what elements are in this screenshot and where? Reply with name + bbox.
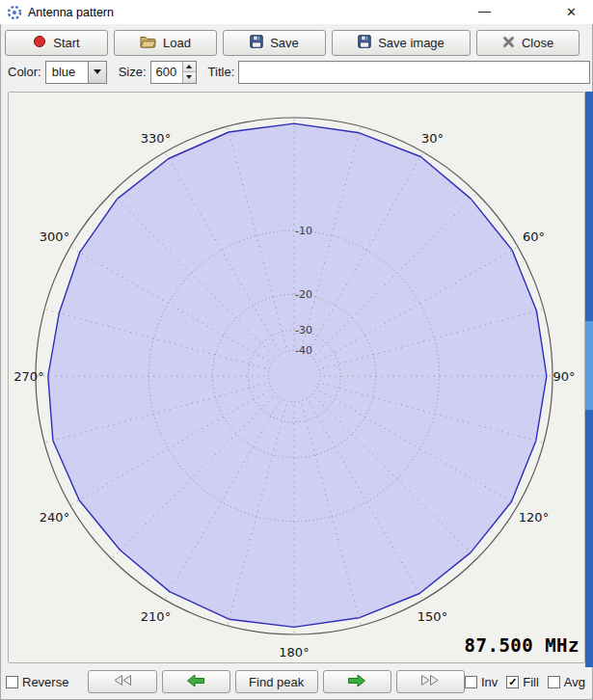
svg-text:150°: 150° [418,609,447,624]
floppy-disk-icon [358,35,371,51]
polar-plot: -10-20-30-4030°60°90°120°150°180°210°240… [9,93,584,662]
close-window-button[interactable]: ✕ [550,0,593,24]
avg-checkbox-box[interactable] [548,676,560,688]
avg-checkbox[interactable]: Avg [548,675,585,689]
rewind-button[interactable] [88,670,156,693]
color-select[interactable]: blue [45,61,107,84]
load-button[interactable]: Load [114,30,217,56]
titlebar: Antenna pattern — ✕ [0,0,593,24]
close-x-icon [502,36,515,51]
triangle-down-icon [186,75,192,79]
plot-panel: -10-20-30-4030°60°90°120°150°180°210°240… [8,92,585,663]
fast-forward-button[interactable] [396,670,465,693]
inv-checkbox[interactable]: Inv [465,675,498,689]
reverse-checkbox[interactable]: Reverse [6,675,68,689]
titlebar-spacer [506,0,550,24]
size-value[interactable]: 600 [151,62,182,83]
svg-text:270°: 270° [13,369,43,384]
option-checkboxes: Inv ✓ Fill Avg [465,675,585,689]
spin-down-button[interactable] [183,72,196,83]
app-icon [7,5,22,20]
svg-text:-10: -10 [295,225,312,237]
green-left-arrow-icon [186,674,205,690]
title-label: Title: [208,65,235,79]
green-right-arrow-icon [347,674,366,690]
svg-text:30°: 30° [421,131,444,146]
antenna-pattern-window: Antenna pattern — ✕ Start [0,0,593,700]
svg-text:-30: -30 [295,324,312,337]
size-stepper[interactable]: 600 [150,61,197,84]
svg-text:180°: 180° [279,645,309,660]
window-title: Antenna pattern [28,6,114,19]
size-stepper-arrows [182,62,196,83]
main-toolbar: Start Load Save [5,30,588,56]
color-label: Color: [8,65,41,79]
close-window-icon: ✕ [566,5,577,19]
title-input[interactable] [238,61,590,84]
size-label: Size: [119,65,147,79]
window-controls: — ✕ [463,0,593,24]
color-select-arrow[interactable] [88,62,106,83]
start-button[interactable]: Start [5,30,108,56]
svg-text:210°: 210° [141,609,171,624]
avg-checkbox-label: Avg [564,675,585,689]
inv-checkbox-box[interactable] [465,676,477,688]
step-forward-button[interactable] [323,670,391,693]
svg-text:60°: 60° [523,229,545,244]
svg-text:330°: 330° [141,131,171,146]
minimize-icon: — [478,4,491,18]
close-button[interactable]: Close [476,30,580,56]
save-image-button[interactable]: Save image [332,30,471,56]
step-back-button[interactable] [162,670,230,693]
reverse-checkbox-box[interactable] [6,676,18,688]
svg-text:120°: 120° [519,510,549,525]
save-button[interactable]: Save [223,30,326,56]
svg-text:240°: 240° [40,510,69,525]
svg-text:-20: -20 [295,288,312,301]
bottom-toolbar: Reverse Find peak [0,667,593,696]
svg-text:90°: 90° [553,369,575,384]
spin-up-button[interactable] [183,62,196,73]
fill-checkbox[interactable]: ✓ Fill [506,675,539,689]
background-window-edge-highlight [585,321,593,410]
inv-checkbox-label: Inv [481,675,498,689]
settings-row: Color: blue Size: 600 Title: [8,60,590,84]
fill-checkbox-box[interactable]: ✓ [506,676,519,688]
background-window-edge [585,92,593,667]
floppy-disk-icon [250,35,263,51]
svg-text:300°: 300° [40,229,69,244]
double-left-arrow-icon [112,674,133,689]
color-select-value: blue [46,62,88,83]
svg-text:-40: -40 [295,344,312,357]
double-right-arrow-icon [419,674,441,689]
minimize-button[interactable]: — [463,0,506,24]
frequency-readout: 87.500 MHz [465,634,580,656]
record-icon [33,35,46,51]
fill-checkbox-label: Fill [523,675,539,689]
chevron-down-icon [94,69,101,74]
open-folder-icon [140,35,156,51]
triangle-up-icon [186,65,192,68]
find-peak-button[interactable]: Find peak [235,670,318,693]
reverse-checkbox-label: Reverse [22,675,68,689]
